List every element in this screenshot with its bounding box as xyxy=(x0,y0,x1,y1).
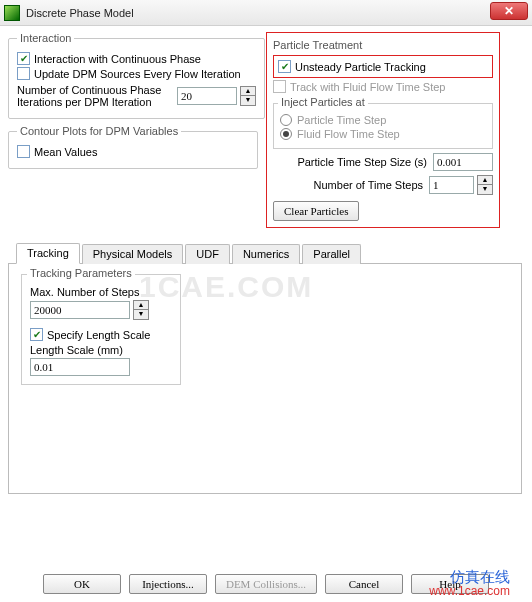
length-scale-input[interactable] xyxy=(30,358,130,376)
tab-numerics[interactable]: Numerics xyxy=(232,244,300,264)
max-steps-label: Max. Number of Steps xyxy=(30,286,172,298)
num-iter-input[interactable] xyxy=(177,87,237,105)
inject-at-group: Inject Particles at Particle Time Step F… xyxy=(273,103,493,149)
cancel-button[interactable]: Cancel xyxy=(325,574,403,594)
num-iter-label: Number of Continuous Phase Iterations pe… xyxy=(17,84,177,108)
window-title: Discrete Phase Model xyxy=(26,7,134,19)
max-steps-spinner[interactable]: ▲▼ xyxy=(133,300,149,320)
unsteady-tracking-checkbox[interactable] xyxy=(278,60,291,73)
pts-size-input[interactable] xyxy=(433,153,493,171)
max-steps-input[interactable] xyxy=(30,301,130,319)
dem-collisions-button: DEM Collisions... xyxy=(215,574,317,594)
help-button[interactable]: Help xyxy=(411,574,489,594)
update-dpm-label: Update DPM Sources Every Flow Iteration xyxy=(34,68,241,80)
app-icon xyxy=(4,5,20,21)
num-steps-input[interactable] xyxy=(429,176,474,194)
bottom-bar: OK Injections... DEM Collisions... Cance… xyxy=(0,570,532,598)
contour-group: Contour Plots for DPM Variables Mean Val… xyxy=(8,125,258,169)
specify-length-checkbox[interactable] xyxy=(30,328,43,341)
radio-fluid-ts-label: Fluid Flow Time Step xyxy=(297,128,400,140)
interact-continuous-label: Interaction with Continuous Phase xyxy=(34,53,201,65)
interaction-group: Interaction Interaction with Continuous … xyxy=(8,32,265,119)
radio-particle-ts xyxy=(280,114,292,126)
titlebar: Discrete Phase Model ✕ xyxy=(0,0,532,26)
tabpage-tracking: 1CAE.COM Tracking Parameters Max. Number… xyxy=(8,264,522,494)
tab-parallel[interactable]: Parallel xyxy=(302,244,361,264)
close-button[interactable]: ✕ xyxy=(490,2,528,20)
tab-udf[interactable]: UDF xyxy=(185,244,230,264)
radio-particle-ts-label: Particle Time Step xyxy=(297,114,386,126)
mean-values-checkbox[interactable] xyxy=(17,145,30,158)
tracking-params-legend: Tracking Parameters xyxy=(27,267,135,279)
num-iter-spinner[interactable]: ▲▼ xyxy=(240,86,256,106)
ok-button[interactable]: OK xyxy=(43,574,121,594)
interact-continuous-checkbox[interactable] xyxy=(17,52,30,65)
radio-fluid-ts xyxy=(280,128,292,140)
particle-legend: Particle Treatment xyxy=(273,39,493,51)
inject-at-legend: Inject Particles at xyxy=(278,96,368,108)
num-steps-spinner[interactable]: ▲▼ xyxy=(477,175,493,195)
specify-length-label: Specify Length Scale xyxy=(47,329,150,341)
update-dpm-checkbox[interactable] xyxy=(17,67,30,80)
unsteady-tracking-label: Unsteady Particle Tracking xyxy=(295,61,426,73)
length-scale-label: Length Scale (mm) xyxy=(30,344,172,356)
mean-values-label: Mean Values xyxy=(34,146,97,158)
clear-particles-button[interactable]: Clear Particles xyxy=(273,201,359,221)
track-ff-label: Track with Fluid Flow Time Step xyxy=(290,81,445,93)
contour-legend: Contour Plots for DPM Variables xyxy=(17,125,181,137)
track-ff-checkbox xyxy=(273,80,286,93)
tabs: Tracking Physical Models UDF Numerics Pa… xyxy=(8,242,522,264)
num-steps-label: Number of Time Steps xyxy=(273,179,429,191)
tracking-params-group: Tracking Parameters Max. Number of Steps… xyxy=(21,274,181,385)
injections-button[interactable]: Injections... xyxy=(129,574,207,594)
interaction-legend: Interaction xyxy=(17,32,74,44)
particle-treatment-highlight: Particle Treatment Unsteady Particle Tra… xyxy=(266,32,500,228)
tab-physical-models[interactable]: Physical Models xyxy=(82,244,183,264)
pts-size-label: Particle Time Step Size (s) xyxy=(273,156,433,168)
tab-tracking[interactable]: Tracking xyxy=(16,243,80,264)
